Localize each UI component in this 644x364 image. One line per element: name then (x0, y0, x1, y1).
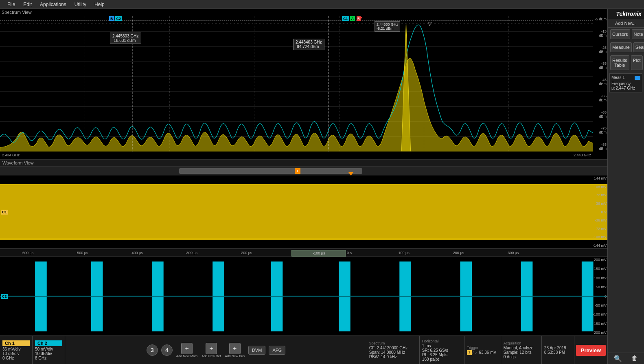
spectrum-info: Spectrum CF: 2.44120000 GHz Span: 14.000… (367, 336, 420, 364)
svg-rect-21 (339, 297, 350, 331)
btn-3[interactable]: 3 (147, 344, 158, 356)
plot-button[interactable]: Plot (631, 55, 643, 70)
spectrum-cf: CF: 2.44120000 GHz (369, 346, 417, 350)
spectrum-view: Spectrum View -5 dBm -15 dBm -25 dBm -35… (0, 9, 607, 160)
measure-button[interactable]: Measure (610, 42, 632, 52)
spectrum-y-label-8: -85 dBm (594, 143, 607, 151)
menu-applications[interactable]: Applications (36, 1, 70, 8)
svg-rect-6 (35, 261, 47, 296)
menu-utility[interactable]: Utility (70, 1, 90, 8)
spectrum-x-label-6: 2.448 GHz (574, 153, 591, 157)
cursor-r-label: R (357, 16, 361, 21)
meas1-panel: Meas 1 Frequency μ: 2.447 GHz (609, 73, 642, 92)
time-highlight: -100 μs (291, 250, 346, 257)
main-layout: Spectrum View -5 dBm -15 dBm -25 dBm -35… (0, 9, 644, 364)
spectrum-y-label-5: -55 dBm (594, 94, 607, 102)
meas1-label: Meas 1 (611, 75, 625, 80)
add-ref-btn[interactable]: + (206, 343, 217, 354)
cursor-b-markers: B C2 (109, 16, 122, 21)
results-table-button[interactable]: Results Table (610, 55, 629, 70)
preview-button[interactable]: Preview (576, 345, 606, 356)
meas1-value-label: μ: (611, 86, 615, 90)
add-bus-label: Add New Bus (225, 354, 244, 358)
add-math-btn[interactable]: + (181, 343, 193, 354)
nav-scrollbar[interactable] (179, 168, 362, 174)
bottom-center: 3 4 + Add New Math + Add New Ref + Add N… (65, 336, 367, 364)
time-label-6: 0 s (347, 251, 352, 255)
horizontal-rl: RL: 6.25 Mpts (422, 353, 462, 357)
trigger-level: 63.36 mV (479, 350, 496, 355)
spectrum-y-label-4: -45 dBm (594, 78, 607, 86)
menu-edit[interactable]: Edit (19, 1, 36, 8)
btn-4[interactable]: 4 (161, 344, 173, 356)
svg-rect-24 (521, 297, 533, 331)
spectrum-y-label-7: -75 dBm (594, 126, 607, 134)
time-label-4: -200 μs (240, 251, 252, 255)
zoom-icon[interactable]: 🔍 (614, 355, 622, 362)
waveform-view-title: Waveform View (0, 160, 607, 167)
ch1-scale1: 36 mV/div (2, 347, 30, 351)
tektronix-logo: Tektronix (608, 9, 644, 19)
acquisition-mode: Manual, Analyze (504, 346, 539, 350)
note-button[interactable]: Note (632, 29, 644, 39)
sidebar-bottom-icons: 🔍 🗑 (608, 353, 644, 364)
time-label-0: -600 μs (21, 251, 33, 255)
cursors-note-row: Cursors Note (609, 29, 642, 40)
ch1-badge: C1 (1, 210, 8, 215)
datetime-info: 23 Apr 2019 8:53:38 PM (542, 336, 574, 364)
cursor-a-readout: 2.443403 GHz -94.724 dBm (293, 39, 324, 50)
search-button[interactable]: Search (633, 42, 644, 52)
time-axis: -600 μs -500 μs -400 μs -300 μs -200 μs … (0, 249, 607, 257)
add-bus-btn[interactable]: + (229, 343, 241, 354)
ch2-waveform-svg (0, 257, 607, 335)
cursor-a-channel: C1 (342, 16, 349, 21)
trash-icon[interactable]: 🗑 (631, 355, 638, 362)
menubar: File Edit Applications Utility Help (0, 0, 644, 9)
menu-file[interactable]: File (3, 1, 19, 8)
spectrum-rbw: RBW: 14.0 kHz (369, 355, 417, 359)
cursors-button[interactable]: Cursors (610, 29, 630, 39)
svg-rect-8 (152, 261, 164, 296)
ch1-waveform-area[interactable]: C1 144 mV 108 mV 72 mV 36 mV 0 (0, 175, 607, 249)
add-ref-label: Add New Ref (202, 354, 221, 358)
svg-rect-19 (212, 297, 224, 331)
ch2-label: Ch 2 (35, 340, 62, 346)
spectrum-span: Span: 14.0000 MHz (369, 350, 417, 355)
ch2-freq: 8 GHz (35, 356, 62, 360)
spectrum-x-axis: 2.434 GHz 2.448 GHz (0, 151, 593, 159)
time-label-2: -400 μs (131, 251, 143, 255)
ch1-y-axis: 144 mV 108 mV 72 mV 36 mV 0 V -36 mV -72… (588, 175, 607, 248)
oscilloscope-area: Spectrum View -5 dBm -15 dBm -25 dBm -35… (0, 9, 607, 364)
svg-rect-7 (91, 261, 103, 296)
menu-help[interactable]: Help (90, 1, 109, 8)
add-new-button[interactable]: Add New... (608, 19, 644, 28)
svg-rect-22 (399, 297, 411, 331)
bottom-bar: Ch 1 36 mV/div 10 dB/div 0 GHz Ch 2 50 m… (0, 335, 607, 364)
trigger-info: Trigger 1 / ⟋ 63.36 mV (464, 336, 501, 364)
cursor-r-readout: 2.44530 GHz -8.21 dBm (375, 21, 400, 32)
ch2-waveform-area[interactable]: C2 (0, 257, 607, 335)
date-display: 23 Apr 2019 (544, 346, 572, 350)
svg-rect-17 (91, 297, 103, 331)
spectrum-canvas[interactable]: B C2 2.445303 GHz -18.631 dBm C1 A 2.443… (0, 16, 593, 151)
afg-button[interactable]: AFG (269, 346, 285, 355)
acquisition-acqs: 0 Acqs (504, 355, 539, 359)
trigger-edge: ⟋ (474, 351, 478, 355)
meas1-color-indicator (635, 76, 640, 80)
add-bus-group: + Add New Bus (223, 343, 245, 358)
svg-rect-14 (521, 261, 533, 296)
horizontal-sr: SR: 6.25 GS/s (422, 348, 462, 353)
svg-rect-20 (271, 297, 283, 331)
horizontal-pts: 160 ps/pt (422, 357, 462, 362)
trigger-label: Trigger (467, 346, 498, 350)
waveform-view: Waveform View T C1 (0, 160, 607, 335)
spectrum-y-axis: -5 dBm -15 dBm -25 dBm -35 dBm -45 dBm -… (593, 16, 607, 151)
meas1-value-row: μ: 2.447 GHz (611, 86, 640, 90)
waveform-nav[interactable]: T (0, 167, 607, 175)
dvm-button[interactable]: DVM (248, 346, 265, 355)
time-label-9: 300 μs (508, 251, 519, 255)
horizontal-scale: 1 ms (422, 344, 462, 348)
cursor-white-triangle: ▽ (425, 17, 430, 21)
cursor-b-channel: C2 (115, 16, 123, 21)
trigger-t-nav: T (295, 168, 300, 174)
